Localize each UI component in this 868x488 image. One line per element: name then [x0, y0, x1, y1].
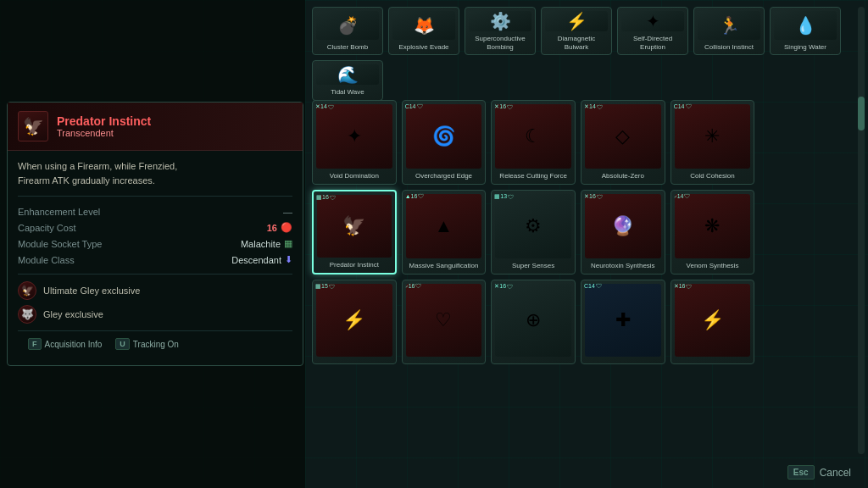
card-absolute-zero[interactable]: ✕14 🛡 ◇ Absolute-Zero: [581, 100, 665, 185]
detail-body: When using a Firearm, while Frenzied, Fi…: [8, 151, 303, 365]
release-cutting-force-icon: ☾: [495, 104, 571, 169]
explosive-evade-icon: 🦊: [392, 11, 455, 40]
ultimate-gley-label: Ultimate Gley exclusive: [43, 286, 140, 296]
massive-sanguification-badge: ▲16 🛡: [405, 193, 425, 199]
exclusive-row-ultimate-gley: 🦅 Ultimate Gley exclusive: [18, 281, 292, 300]
cancel-label: Cancel: [820, 467, 851, 479]
super-senses-badge: ▦13 🛡: [494, 193, 514, 200]
malachite-icon: ▦: [284, 238, 292, 249]
acquisition-info-btn[interactable]: F Acquisition Info: [28, 338, 102, 350]
enhancement-value: —: [283, 207, 292, 217]
singing-water-icon: 💧: [774, 11, 837, 40]
capacity-value: 16 🔴: [267, 222, 292, 233]
stat-enhancement: Enhancement Level —: [18, 207, 292, 217]
massive-sanguification-label: Massive Sanguification: [409, 262, 479, 270]
row3-5-badge: ✕16 🛡: [674, 283, 693, 290]
card-self-directed-eruption[interactable]: ✦ Self-Directed Eruption: [617, 7, 688, 55]
neurotoxin-synthesis-label: Neurotoxin Synthesis: [591, 262, 655, 270]
row3-3-icon: ⊕: [495, 284, 571, 357]
absolute-zero-icon: ◇: [585, 104, 661, 169]
detail-header: 🦅 Predator Instinct Transcendent: [8, 103, 303, 151]
row3-3-badge: ✕16 🛡: [494, 283, 513, 290]
void-domination-icon: ✦: [316, 104, 392, 169]
card-overcharged-edge[interactable]: C14 🛡 🌀 Overcharged Edge: [402, 100, 487, 185]
cold-cohesion-label: Cold Cohesion: [690, 172, 734, 180]
explosive-evade-label: Explosive Evade: [398, 43, 448, 52]
release-cutting-force-label: Release Cutting Force: [499, 172, 567, 180]
card-massive-sanguification[interactable]: ▲16 🛡 ▲ Massive Sanguification: [402, 190, 487, 274]
gley-icon: 🐺: [18, 305, 36, 324]
card-explosive-evade[interactable]: 🦊 Explosive Evade: [388, 7, 459, 55]
super-senses-icon: ⚙: [495, 194, 571, 258]
tracking-btn[interactable]: U Tracking On: [115, 338, 179, 350]
card-cold-cohesion[interactable]: C14 🛡 ✳ Cold Cohesion: [670, 100, 755, 185]
row3-1-icon: ⚡: [316, 284, 392, 357]
card-super-senses[interactable]: ▦13 🛡 ⚙ Super Senses: [491, 190, 576, 274]
card-predator-instinct[interactable]: ▦16 🛡 🦅 Predator Instinct: [312, 190, 397, 274]
detail-title: Predator Instinct: [57, 114, 151, 128]
cancel-key: Esc: [787, 465, 815, 480]
card-release-cutting-force[interactable]: ✕16 🛡 ☾ Release Cutting Force: [491, 100, 576, 185]
stat-socket: Module Socket Type Malachite ▦: [18, 238, 292, 249]
socket-value: Malachite ▦: [241, 238, 292, 249]
neurotoxin-synthesis-icon: 🔮: [585, 194, 661, 258]
enhancement-label: Enhancement Level: [18, 207, 100, 217]
detail-description: When using a Firearm, while Frenzied, Fi…: [18, 159, 292, 197]
singing-water-label: Singing Water: [784, 43, 826, 52]
detail-exclusives: 🦅 Ultimate Gley exclusive 🐺 Gley exclusi…: [18, 274, 292, 331]
release-cutting-force-badge: ✕16 🛡: [494, 103, 513, 110]
scrollbar-thumb: [858, 97, 865, 130]
stat-capacity: Capacity Cost 16 🔴: [18, 222, 292, 233]
empty-slot-row1: [760, 100, 844, 185]
row3-2-badge: ⌿16 🛡: [405, 283, 422, 289]
row3-1-badge: ▦15 🛡: [315, 283, 335, 290]
card-singing-water[interactable]: 💧 Singing Water: [770, 7, 841, 55]
acquisition-label: Acquisition Info: [45, 340, 103, 349]
card-row3-3[interactable]: ✕16 🛡 ⊕: [491, 280, 576, 364]
collision-instinct-icon: 🏃: [698, 11, 760, 40]
tracking-key: U: [115, 338, 130, 350]
row3-2-icon: ♡: [406, 284, 482, 357]
detail-panel: 🦅 Predator Instinct Transcendent When us…: [7, 102, 303, 366]
cancel-button[interactable]: Esc Cancel: [787, 465, 851, 480]
row3-5-icon: ⚡: [675, 284, 751, 357]
class-value: Descendant ⬇: [231, 254, 292, 265]
card-row3-1[interactable]: ▦15 🛡 ⚡: [312, 280, 397, 364]
cluster-bomb-icon: 💣: [316, 11, 379, 40]
card-neurotoxin-synthesis[interactable]: ✕16 🛡 🔮 Neurotoxin Synthesis: [581, 190, 665, 274]
predator-instinct-label: Predator Instinct: [330, 261, 379, 269]
cold-cohesion-badge: C14 🛡: [674, 103, 692, 109]
overcharged-edge-icon: 🌀: [406, 104, 482, 169]
row3-4-icon: ✚: [585, 284, 661, 357]
superconductive-bombing-label: Superconductive Bombing: [469, 35, 531, 51]
stat-class: Module Class Descendant ⬇: [18, 254, 292, 265]
detail-header-text: Predator Instinct Transcendent: [57, 114, 151, 138]
card-row3-4[interactable]: C14 🛡 ✚: [581, 280, 665, 364]
overcharged-edge-badge: C14 🛡: [405, 103, 423, 109]
card-void-domination[interactable]: ✕14 🛡 ✦ Void Domination: [312, 100, 397, 185]
row3-4-badge: C14 🛡: [584, 283, 602, 289]
diamagnetic-bulwark-label: Diamagnetic Bulwark: [545, 35, 608, 51]
detail-header-icon: 🦅: [18, 111, 48, 141]
venom-synthesis-label: Venom Synthesis: [687, 262, 739, 270]
ultimate-gley-icon: 🦅: [18, 281, 36, 300]
module-grid: ✕14 🛡 ✦ Void Domination C14 🛡 🌀 Overchar…: [305, 93, 851, 488]
card-collision-instinct[interactable]: 🏃 Collision Instinct: [693, 7, 765, 55]
exclusive-row-gley: 🐺 Gley exclusive: [18, 305, 292, 324]
top-module-row: 💣 Cluster Bomb 🦊 Explosive Evade ⚙️ Supe…: [305, 0, 848, 93]
scrollbar[interactable]: [858, 7, 865, 454]
card-diamagnetic-bulwark[interactable]: ⚡ Diamagnetic Bulwark: [541, 7, 612, 55]
card-cluster-bomb[interactable]: 💣 Cluster Bomb: [312, 7, 383, 55]
detail-footer: F Acquisition Info U Tracking On: [18, 331, 292, 357]
absolute-zero-label: Absolute-Zero: [602, 172, 644, 180]
card-row3-2[interactable]: ⌿16 🛡 ♡: [402, 280, 487, 364]
cluster-bomb-label: Cluster Bomb: [327, 43, 368, 52]
card-row3-5[interactable]: ✕16 🛡 ⚡: [670, 280, 755, 364]
empty-slot-row3: [760, 280, 844, 364]
card-venom-synthesis[interactable]: ⌿14 🛡 ❋ Venom Synthesis: [670, 190, 755, 274]
massive-sanguification-icon: ▲: [406, 194, 482, 258]
venom-synthesis-icon: ❋: [675, 194, 751, 258]
neurotoxin-synthesis-badge: ✕16 🛡: [584, 193, 603, 200]
card-superconductive-bombing[interactable]: ⚙️ Superconductive Bombing: [465, 7, 536, 55]
superconductive-bombing-icon: ⚙️: [469, 11, 531, 31]
